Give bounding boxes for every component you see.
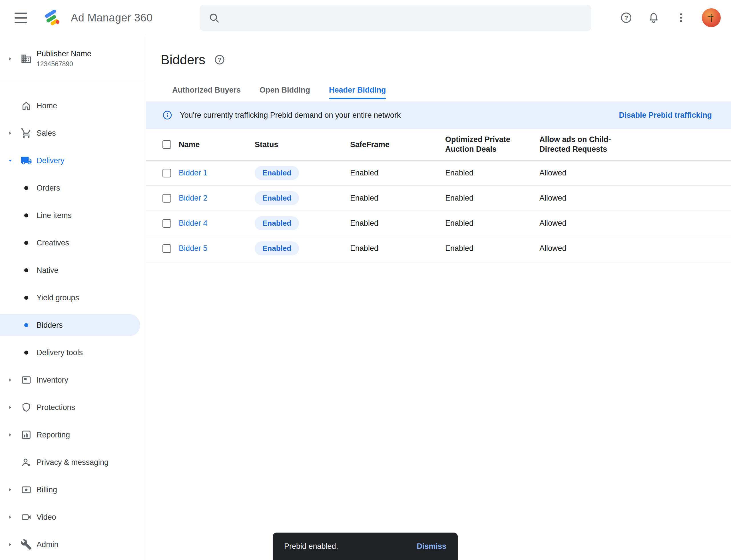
disable-prebid-link[interactable]: Disable Prebid trafficking (619, 111, 712, 120)
truck-icon (21, 155, 32, 166)
prebid-info-banner: You're currently trafficking Prebid dema… (146, 101, 731, 129)
sidebar-item-billing[interactable]: Billing (0, 476, 146, 503)
opad-value: Enabled (445, 194, 539, 203)
sidebar-item-sales[interactable]: Sales (0, 119, 146, 147)
wrench-icon (21, 539, 32, 550)
building-icon (21, 53, 32, 65)
table-row: Bidder 4 Enabled Enabled Enabled Allowed (146, 211, 731, 236)
column-header-status: Status (255, 140, 350, 149)
opad-value: Enabled (445, 244, 539, 253)
hamburger-icon (15, 22, 27, 23)
tab-authorized-buyers[interactable]: Authorized Buyers (172, 86, 241, 99)
shield-icon (21, 402, 32, 413)
app-header: Ad Manager 360 ? (0, 0, 731, 35)
bullet-icon (24, 268, 28, 272)
table-row: Bidder 5 Enabled Enabled Enabled Allowed (146, 236, 731, 261)
bullet-icon (24, 213, 28, 217)
tab-header-bidding[interactable]: Header Bidding (329, 86, 386, 99)
bidder-link[interactable]: Bidder 5 (179, 244, 208, 253)
bidders-table: Name Status SafeFrame Optimized Private … (146, 129, 731, 261)
sidebar-item-home[interactable]: Home (0, 92, 146, 119)
status-badge: Enabled (255, 216, 299, 230)
status-badge: Enabled (255, 191, 299, 205)
select-all-checkbox[interactable] (163, 140, 171, 149)
sidebar-item-line-items[interactable]: Line items (0, 202, 146, 229)
tab-open-bidding[interactable]: Open Bidding (260, 86, 310, 99)
table-row: Bidder 2 Enabled Enabled Enabled Allowed (146, 186, 731, 211)
help-button[interactable]: ? (620, 11, 633, 24)
sidebar-item-privacy-messaging[interactable]: Privacy & messaging (0, 449, 146, 476)
bullet-icon (24, 351, 28, 355)
page-title: Bidders (161, 52, 205, 67)
more-options-button[interactable] (674, 11, 688, 24)
row-checkbox[interactable] (163, 194, 171, 203)
chevron-right-icon (7, 130, 14, 137)
publisher-name: Publisher Name (37, 49, 91, 58)
inventory-icon (21, 374, 32, 386)
safeframe-value: Enabled (350, 244, 445, 253)
page-help-button[interactable]: ? (214, 54, 225, 65)
sidebar-item-admin[interactable]: Admin (0, 531, 146, 558)
hamburger-menu-button[interactable] (11, 8, 31, 28)
sidebar: Publisher Name 1234567890 Home Sales (0, 35, 146, 560)
sidebar-item-bidders[interactable]: Bidders (0, 314, 140, 336)
billing-icon (21, 484, 32, 495)
home-icon (21, 100, 32, 111)
snackbar: Prebid enabled. Dismiss (273, 533, 458, 560)
bullet-icon (24, 296, 28, 300)
publisher-selector[interactable]: Publisher Name 1234567890 (0, 35, 146, 82)
child-directed-value: Allowed (539, 194, 731, 203)
sidebar-item-video[interactable]: Video (0, 503, 146, 531)
chevron-down-icon (7, 157, 14, 164)
notifications-button[interactable] (647, 11, 660, 24)
bell-icon (647, 11, 660, 24)
person-icon (21, 457, 32, 468)
child-directed-value: Allowed (539, 219, 731, 228)
bidder-link[interactable]: Bidder 2 (179, 194, 208, 202)
info-icon (162, 110, 173, 120)
bidder-link[interactable]: Bidder 1 (179, 169, 208, 177)
main-content: Bidders ? Authorized Buyers Open Bidding… (146, 35, 731, 560)
row-checkbox[interactable] (163, 169, 171, 177)
account-avatar[interactable] (702, 8, 721, 27)
bullet-icon (24, 241, 28, 245)
column-header-safeframe: SafeFrame (350, 140, 445, 149)
table-header-row: Name Status SafeFrame Optimized Private … (146, 129, 731, 161)
publisher-id: 1234567890 (37, 60, 91, 68)
sidebar-item-inventory[interactable]: Inventory (0, 366, 146, 394)
bullet-icon (24, 323, 28, 327)
column-header-name: Name (179, 140, 255, 149)
opad-value: Enabled (445, 169, 539, 177)
cart-icon (21, 127, 32, 139)
sidebar-item-reporting[interactable]: Reporting (0, 421, 146, 449)
help-icon: ? (214, 54, 225, 65)
table-row: Bidder 1 Enabled Enabled Enabled Allowed (146, 161, 731, 186)
sidebar-item-creatives[interactable]: Creatives (0, 229, 146, 257)
sidebar-item-delivery[interactable]: Delivery (0, 147, 146, 174)
hamburger-icon (15, 13, 27, 14)
row-checkbox[interactable] (163, 244, 171, 253)
sidebar-item-delivery-tools[interactable]: Delivery tools (0, 339, 146, 366)
snackbar-message: Prebid enabled. (284, 542, 338, 551)
row-checkbox[interactable] (163, 219, 171, 228)
search-bar (200, 5, 591, 31)
chevron-right-icon (7, 514, 14, 521)
sidebar-item-protections[interactable]: Protections (0, 394, 146, 421)
chevron-right-icon (7, 486, 14, 493)
report-icon (21, 429, 32, 441)
palm-tree-icon (705, 11, 718, 24)
more-vert-icon (675, 11, 687, 24)
sidebar-item-native[interactable]: Native (0, 257, 146, 284)
sidebar-item-yield-groups[interactable]: Yield groups (0, 284, 146, 311)
search-input[interactable] (227, 13, 583, 23)
svg-text:?: ? (218, 57, 221, 63)
opad-value: Enabled (445, 219, 539, 228)
search-icon (208, 12, 220, 24)
sidebar-item-orders[interactable]: Orders (0, 174, 146, 202)
bidder-link[interactable]: Bidder 4 (179, 219, 208, 227)
help-icon: ? (620, 11, 632, 24)
bullet-icon (24, 186, 28, 190)
dismiss-button[interactable]: Dismiss (416, 542, 446, 551)
safeframe-value: Enabled (350, 219, 445, 228)
status-badge: Enabled (255, 241, 299, 255)
